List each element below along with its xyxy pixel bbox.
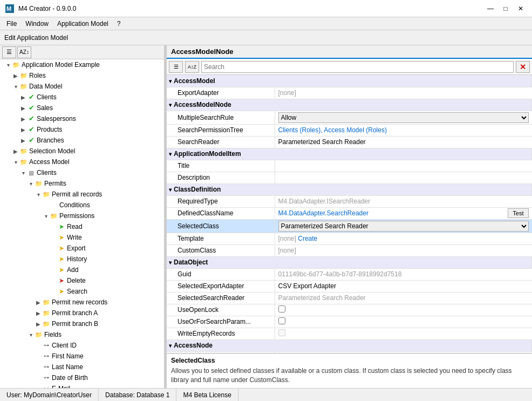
tree-arrow: ▾ — [19, 170, 27, 176]
prop-row-export-adapter: SelectedExportAdapter CSV Export Adapter — [167, 280, 532, 292]
tree-item-app-model[interactable]: ▾ 📁 Application Model Example — [0, 59, 164, 70]
section-access-node: ▾AccessNode — [167, 339, 532, 351]
right-panel-header: AccessModelNode — [167, 45, 532, 59]
section-label: AccessModel — [174, 77, 215, 85]
multiple-search-rule-select[interactable]: Allow Deny — [278, 112, 529, 123]
search-input[interactable] — [201, 61, 514, 73]
tree-label: Permits — [44, 180, 66, 187]
tree-item-export[interactable]: ▶ ➤ Export — [0, 243, 164, 254]
tree-arrow: ▶ — [19, 127, 27, 133]
tree-item-email[interactable]: ▶ ⊶ E-Mail — [0, 383, 164, 388]
write-empty-records-checkbox[interactable] — [278, 329, 285, 336]
tree-item-clients-dm[interactable]: ▶ ✔ Clients — [0, 92, 164, 103]
folder-icon: 📁 — [19, 147, 28, 155]
use-open-lock-checkbox[interactable] — [278, 305, 285, 312]
tree-item-clients-access[interactable]: ▾ ▦ Clients — [0, 167, 164, 178]
field-icon: ⊶ — [42, 341, 51, 350]
tree-label: First Name — [52, 352, 84, 360]
tree-label: Permit branch A — [52, 309, 98, 317]
collapse-icon: ▾ — [169, 151, 172, 157]
tree-item-last-name[interactable]: ▶ ⊶ Last Name — [0, 362, 164, 372]
folder-icon: 📁 — [19, 158, 28, 166]
tree-label: E-Mail — [52, 385, 70, 388]
list-view-button[interactable]: ☰ — [2, 46, 16, 58]
tree-label: Date of Birth — [52, 374, 88, 382]
clear-search-button[interactable]: ✕ — [516, 61, 530, 73]
folder-icon: 📁 — [42, 320, 51, 328]
close-button[interactable]: ✕ — [514, 3, 528, 14]
tree-item-add[interactable]: ▶ ➤ Add — [0, 264, 164, 275]
tree-item-selection-model[interactable]: ▶ 📁 Selection Model — [0, 146, 164, 157]
selected-class-select[interactable]: Parameterized Search Reader — [278, 221, 529, 232]
maximize-button[interactable]: □ — [499, 3, 513, 14]
tree-label: Fields — [44, 331, 62, 338]
folder-icon: 📁 — [12, 60, 21, 69]
right-panel: AccessModelNode ☰ A↕Z ✕ ▾AccessModel Exp… — [167, 45, 532, 388]
tree-item-permit-branch-a[interactable]: ▶ 📁 Permit branch A — [0, 308, 164, 318]
tree-label: Selection Model — [29, 147, 75, 155]
tree-label: Branches — [37, 137, 64, 144]
menu-help[interactable]: ? — [113, 19, 125, 29]
tree-item-fields[interactable]: ▾ 📁 Fields — [0, 329, 164, 340]
tree-item-permits[interactable]: ▾ 📁 Permits — [0, 178, 164, 189]
minimize-button[interactable]: — — [483, 3, 497, 14]
tree-label: Read — [67, 223, 83, 230]
tree-item-client-id[interactable]: ▶ ⊶ Client ID — [0, 340, 164, 351]
test-button[interactable]: Test — [508, 208, 528, 218]
tree-label: Delete — [67, 277, 86, 284]
sort-az-button[interactable]: A↕Z — [185, 61, 199, 73]
tree-item-access-model[interactable]: ▾ 📁 Access Model — [0, 157, 164, 167]
tree-item-permit-new[interactable]: ▶ 📁 Permit new records — [0, 297, 164, 308]
prop-value: M4.DataAdapter.ISearchReader — [275, 195, 532, 207]
menu-bar: File Window Application Model ? — [0, 17, 532, 30]
tree-label: Products — [37, 126, 62, 133]
arrow-right-icon: ➤ — [57, 266, 66, 274]
tree-item-roles[interactable]: ▶ 📁 Roles — [0, 70, 164, 81]
tree-item-conditions[interactable]: ▶ Conditions — [0, 200, 164, 210]
prop-value-dropdown[interactable]: Parameterized Search Reader — [275, 220, 532, 233]
prop-label: Title — [167, 160, 275, 172]
prop-value[interactable] — [275, 328, 532, 339]
tree-item-date-of-birth[interactable]: ▶ ⊶ Date of Birth — [0, 372, 164, 383]
tree-arrow: ▶ — [12, 73, 19, 79]
tree-item-permit-all[interactable]: ▾ 📁 Permit all records — [0, 189, 164, 200]
folder-icon: 📁 — [19, 71, 28, 80]
prop-row-use-or-for-search: UseOrForSearchParam... — [167, 316, 532, 328]
collapse-icon: ▾ — [169, 260, 172, 266]
menu-file[interactable]: File — [2, 19, 21, 29]
prop-row-search-perm-tree: SearchPermissionTree Clients (Roles), Ac… — [167, 124, 532, 136]
collapse-icon: ▾ — [169, 78, 172, 84]
tree-item-permit-branch-b[interactable]: ▶ 📁 Permit branch B — [0, 318, 164, 329]
menu-application-model[interactable]: Application Model — [53, 19, 113, 29]
tree-item-branches[interactable]: ▶ ✔ Branches — [0, 135, 164, 146]
prop-value[interactable] — [275, 316, 532, 328]
tree-item-write[interactable]: ▶ ➤ Write — [0, 232, 164, 243]
arrow-right-icon: ➤ — [57, 287, 66, 296]
tree-item-products[interactable]: ▶ ✔ Products — [0, 124, 164, 135]
prop-row-custom-class: CustomClass [none] — [167, 244, 532, 256]
prop-value: [none] — [275, 87, 532, 99]
prop-row-selected-class[interactable]: SelectedClass Parameterized Search Reade… — [167, 220, 532, 233]
tree-item-data-model[interactable]: ▾ 📁 Data Model — [0, 81, 164, 92]
tree-scroll[interactable]: ▾ 📁 Application Model Example ▶ 📁 Roles … — [0, 59, 164, 388]
menu-window[interactable]: Window — [21, 19, 53, 29]
use-or-for-search-checkbox[interactable] — [278, 317, 285, 324]
sort-button[interactable]: AZ↕ — [17, 46, 31, 58]
prop-value[interactable] — [275, 304, 532, 316]
create-link[interactable]: Create — [298, 235, 317, 242]
tree-item-permissions[interactable]: ▾ 📁 Permissions — [0, 210, 164, 221]
tree-item-search[interactable]: ▶ ➤ Search — [0, 286, 164, 297]
tree-label: Access Model — [29, 158, 70, 166]
tree-arrow: ▶ — [35, 310, 42, 316]
list-button[interactable]: ☰ — [169, 61, 183, 73]
tree-item-read[interactable]: ▶ ➤ Read — [0, 221, 164, 232]
tree-item-history[interactable]: ▶ ➤ History — [0, 254, 164, 264]
tree-item-salespersons[interactable]: ▶ ✔ Salespersons — [0, 113, 164, 124]
prop-label: SearchReader — [167, 136, 275, 148]
window-controls: — □ ✕ — [483, 3, 528, 14]
tree-item-first-name[interactable]: ▶ ⊶ First Name — [0, 351, 164, 362]
tree-item-delete[interactable]: ▶ ➤ Delete — [0, 275, 164, 286]
tree-item-sales[interactable]: ▶ ✔ Sales — [0, 103, 164, 113]
prop-value-dropdown[interactable]: Allow Deny — [275, 111, 532, 124]
tree-label: Client ID — [52, 342, 77, 349]
